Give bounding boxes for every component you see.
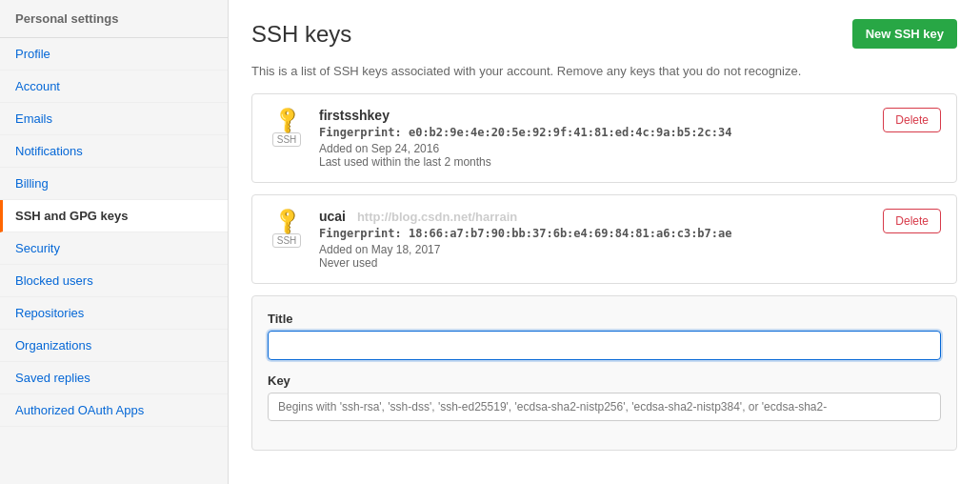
ssh-watermark-2: http://blog.csdn.net/harrain bbox=[357, 210, 517, 224]
ssh-key-name-1: firstsshkey bbox=[319, 108, 870, 123]
sidebar-item-repositories[interactable]: Repositories bbox=[0, 297, 228, 330]
ssh-last-used-1: Last used within the last 2 months bbox=[319, 155, 870, 169]
sidebar: Personal settings Profile Account Emails… bbox=[0, 0, 229, 484]
add-key-form: Title Key bbox=[251, 295, 957, 451]
new-ssh-key-button[interactable]: New SSH key bbox=[852, 19, 957, 49]
page-title: SSH keys bbox=[251, 21, 351, 48]
ssh-name-text-2: ucai bbox=[319, 209, 346, 224]
ssh-added-1: Added on Sep 24, 2016 bbox=[319, 142, 870, 155]
sidebar-header: Personal settings bbox=[0, 0, 228, 38]
ssh-icon-box-2: 🔑 SSH bbox=[268, 209, 306, 248]
sidebar-item-account[interactable]: Account bbox=[0, 71, 228, 103]
main-content: SSH keys New SSH key This is a list of S… bbox=[229, 0, 980, 484]
sidebar-item-authorized-oauth[interactable]: Authorized OAuth Apps bbox=[0, 394, 228, 427]
ssh-fingerprint-1: Fingerprint: e0:b2:9e:4e:20:5e:92:9f:41:… bbox=[319, 126, 870, 139]
sidebar-item-security[interactable]: Security bbox=[0, 232, 228, 265]
description-text: This is a list of SSH keys associated wi… bbox=[251, 64, 957, 78]
key-label: Key bbox=[268, 373, 941, 388]
ssh-info-2: ucai http://blog.csdn.net/harrain Finger… bbox=[319, 209, 870, 270]
ssh-info-1: firstsshkey Fingerprint: e0:b2:9e:4e:20:… bbox=[319, 108, 870, 169]
title-label: Title bbox=[268, 312, 941, 326]
title-form-group: Title bbox=[268, 312, 941, 360]
fingerprint-label-1: Fingerprint: bbox=[319, 126, 402, 139]
sidebar-item-saved-replies[interactable]: Saved replies bbox=[0, 362, 228, 394]
fingerprint-value-1: e0:b2:9e:4e:20:5e:92:9f:41:81:ed:4c:9a:b… bbox=[409, 126, 732, 139]
title-input[interactable] bbox=[268, 331, 941, 360]
ssh-icon-box-1: 🔑 SSH bbox=[268, 108, 306, 147]
key-icon-2: 🔑 bbox=[270, 204, 304, 237]
sidebar-item-notifications[interactable]: Notifications bbox=[0, 135, 228, 168]
sidebar-item-organizations[interactable]: Organizations bbox=[0, 330, 228, 362]
sidebar-item-billing[interactable]: Billing bbox=[0, 168, 228, 200]
sidebar-item-profile[interactable]: Profile bbox=[0, 38, 228, 71]
sidebar-item-ssh-gpg[interactable]: SSH and GPG keys bbox=[0, 200, 228, 232]
ssh-actions-2: Delete bbox=[883, 209, 941, 233]
key-icon-1: 🔑 bbox=[270, 103, 304, 136]
key-form-group: Key bbox=[268, 373, 941, 421]
ssh-key-name-2: ucai http://blog.csdn.net/harrain bbox=[319, 209, 870, 224]
fingerprint-value-2: 18:66:a7:b7:90:bb:37:6b:e4:69:84:81:a6:c… bbox=[409, 227, 732, 240]
fingerprint-label-2: Fingerprint: bbox=[319, 227, 402, 240]
ssh-added-2: Added on May 18, 2017 bbox=[319, 243, 870, 256]
ssh-key-card-2: 🔑 SSH ucai http://blog.csdn.net/harrain … bbox=[251, 194, 957, 284]
ssh-actions-1: Delete bbox=[883, 108, 941, 132]
ssh-key-card-1: 🔑 SSH firstsshkey Fingerprint: e0:b2:9e:… bbox=[251, 93, 957, 183]
sidebar-item-emails[interactable]: Emails bbox=[0, 103, 228, 135]
delete-button-2[interactable]: Delete bbox=[883, 209, 941, 233]
sidebar-item-blocked-users[interactable]: Blocked users bbox=[0, 265, 228, 297]
key-input[interactable] bbox=[268, 393, 941, 421]
ssh-fingerprint-2: Fingerprint: 18:66:a7:b7:90:bb:37:6b:e4:… bbox=[319, 227, 870, 240]
ssh-last-used-2: Never used bbox=[319, 256, 870, 270]
delete-button-1[interactable]: Delete bbox=[883, 108, 941, 132]
page-header: SSH keys New SSH key bbox=[251, 19, 957, 49]
